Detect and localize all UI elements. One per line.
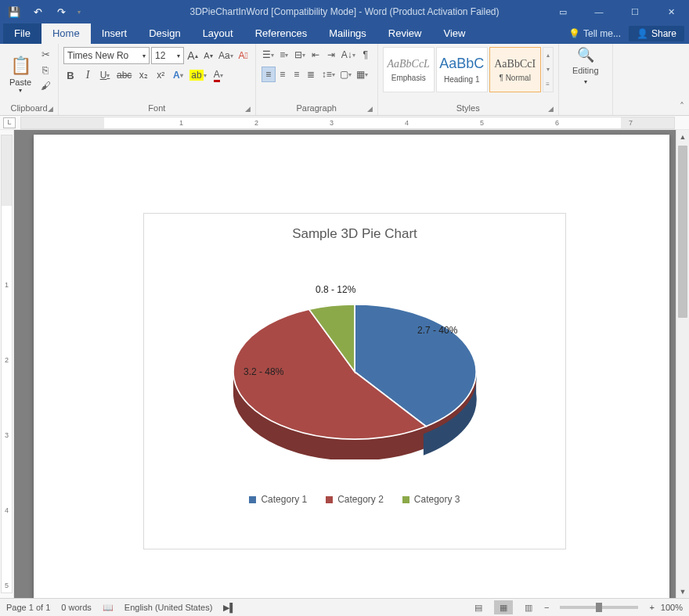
legend-item: Category 3 bbox=[402, 494, 460, 505]
page-indicator[interactable]: Page 1 of 1 bbox=[6, 603, 50, 612]
word-count[interactable]: 0 words bbox=[61, 603, 92, 612]
vertical-ruler[interactable]: 1 2 3 4 5 bbox=[0, 130, 14, 598]
group-label-paragraph: Paragraph◢ bbox=[261, 102, 373, 115]
tab-references[interactable]: References bbox=[244, 23, 318, 44]
save-icon[interactable]: 💾 bbox=[3, 2, 25, 21]
spell-check-icon[interactable]: 📖 bbox=[103, 603, 114, 613]
paragraph-dialog-launcher[interactable]: ◢ bbox=[367, 105, 373, 113]
pie-chart: 2.7 - 40% 3.2 - 48% 0.8 - 12% bbox=[182, 253, 527, 488]
superscript-button[interactable]: x² bbox=[153, 67, 168, 83]
style-normal[interactable]: AaBbCcI ¶ Normal bbox=[489, 47, 541, 92]
style-name: Emphasis bbox=[391, 74, 426, 82]
data-label-cat2: 3.2 - 48% bbox=[243, 366, 283, 377]
chart-object[interactable]: Sample 3D Pie Chart bbox=[143, 213, 566, 549]
tab-mailings[interactable]: Mailings bbox=[318, 23, 377, 44]
align-left-icon[interactable]: ≡ bbox=[262, 67, 276, 82]
macro-icon[interactable]: ▶▌ bbox=[223, 603, 236, 613]
justify-icon[interactable]: ≣ bbox=[304, 67, 318, 82]
undo-icon[interactable]: ↶ bbox=[27, 2, 49, 21]
page-scroll-area[interactable]: Sample 3D Pie Chart bbox=[14, 130, 689, 598]
paste-label: Paste bbox=[9, 77, 31, 87]
subscript-button[interactable]: x₂ bbox=[136, 67, 150, 83]
tab-selector[interactable]: L bbox=[3, 117, 16, 128]
shading-icon[interactable]: ▢ bbox=[338, 67, 353, 82]
font-size-selector[interactable]: 12▾ bbox=[151, 47, 184, 64]
styles-gallery-more[interactable]: ▴▾≡ bbox=[543, 47, 554, 92]
cut-icon[interactable]: ✂ bbox=[38, 47, 53, 61]
tell-me-search[interactable]: 💡 Tell me... bbox=[568, 28, 621, 39]
paste-button[interactable]: 📋 Paste ▾ bbox=[5, 47, 36, 102]
read-mode-icon[interactable]: ▤ bbox=[469, 600, 488, 614]
horizontal-ruler[interactable]: L 1 2 3 4 5 6 7 bbox=[0, 116, 689, 130]
redo-icon[interactable]: ↷ bbox=[50, 2, 72, 21]
copy-icon[interactable]: ⎘ bbox=[38, 63, 53, 77]
find-icon[interactable]: 🔍 bbox=[575, 47, 596, 63]
zoom-in-button[interactable]: + bbox=[649, 603, 654, 612]
align-right-icon[interactable]: ≡ bbox=[290, 67, 304, 82]
italic-button[interactable]: I bbox=[81, 67, 95, 83]
editing-dropdown[interactable]: Editing bbox=[571, 63, 601, 78]
share-button[interactable]: 👤 Share bbox=[629, 26, 684, 41]
clear-format-icon[interactable]: Aͯ bbox=[236, 48, 251, 63]
minimize-icon[interactable]: — bbox=[581, 0, 617, 23]
increase-indent-icon[interactable]: ⇥ bbox=[324, 47, 338, 63]
zoom-level[interactable]: 100% bbox=[661, 603, 683, 612]
shrink-font-icon[interactable]: A▾ bbox=[201, 48, 215, 63]
tab-home[interactable]: Home bbox=[41, 23, 91, 44]
clipboard-icon: 📋 bbox=[10, 56, 31, 76]
font-color-icon[interactable]: A bbox=[211, 67, 225, 83]
language-indicator[interactable]: English (United States) bbox=[124, 603, 213, 612]
show-marks-icon[interactable]: ¶ bbox=[359, 47, 373, 63]
multilevel-icon[interactable]: ⊟ bbox=[293, 47, 307, 63]
collapse-ribbon-icon[interactable]: ˄ bbox=[675, 44, 689, 115]
chart-title: Sample 3D Pie Chart bbox=[292, 226, 417, 242]
tab-design[interactable]: Design bbox=[138, 23, 191, 44]
ribbon: 📋 Paste ▾ ✂ ⎘ 🖌 Clipboard◢ Times New Ro▾… bbox=[0, 44, 689, 116]
sort-icon[interactable]: A↓ bbox=[340, 47, 357, 63]
document-area: 1 2 3 4 5 Sample 3D Pie Chart bbox=[0, 130, 689, 598]
document-page[interactable]: Sample 3D Pie Chart bbox=[34, 135, 669, 598]
tab-insert[interactable]: Insert bbox=[91, 23, 139, 44]
clipboard-dialog-launcher[interactable]: ◢ bbox=[48, 105, 53, 113]
print-layout-icon[interactable]: ▦ bbox=[494, 600, 513, 614]
web-layout-icon[interactable]: ▥ bbox=[519, 600, 538, 614]
line-spacing-icon[interactable]: ↕≡ bbox=[320, 67, 337, 82]
scroll-down-icon[interactable]: ▼ bbox=[676, 585, 689, 598]
bullets-icon[interactable]: ☰ bbox=[261, 47, 276, 63]
style-heading1[interactable]: AaBbC Heading 1 bbox=[436, 47, 488, 92]
numbering-icon[interactable]: ≡ bbox=[277, 47, 291, 63]
tell-me-label: Tell me... bbox=[583, 28, 621, 39]
zoom-slider[interactable] bbox=[560, 606, 638, 609]
qat-customize-icon[interactable] bbox=[74, 2, 85, 21]
scroll-thumb[interactable] bbox=[678, 146, 687, 318]
zoom-out-button[interactable]: − bbox=[544, 603, 549, 612]
vertical-scrollbar[interactable]: ▲ ▼ bbox=[676, 130, 689, 598]
underline-button[interactable]: U bbox=[98, 67, 112, 83]
font-name-selector[interactable]: Times New Ro▾ bbox=[63, 47, 150, 64]
tab-review[interactable]: Review bbox=[377, 23, 433, 44]
strikethrough-button[interactable]: abc bbox=[115, 67, 133, 83]
close-icon[interactable]: ✕ bbox=[653, 0, 689, 23]
highlight-icon[interactable]: ab bbox=[188, 67, 207, 83]
align-center-icon[interactable]: ≡ bbox=[276, 67, 290, 82]
text-effects-icon[interactable]: A bbox=[171, 67, 185, 83]
legend-item: Category 2 bbox=[326, 494, 384, 505]
tab-file[interactable]: File bbox=[3, 23, 41, 44]
font-dialog-launcher[interactable]: ◢ bbox=[245, 105, 251, 113]
borders-icon[interactable]: ▦ bbox=[355, 67, 370, 82]
decrease-indent-icon[interactable]: ⇤ bbox=[308, 47, 323, 63]
tab-layout[interactable]: Layout bbox=[192, 23, 244, 44]
styles-dialog-launcher[interactable]: ◢ bbox=[548, 105, 554, 113]
maximize-icon[interactable]: ☐ bbox=[617, 0, 653, 23]
grow-font-icon[interactable]: A▴ bbox=[186, 48, 200, 63]
tab-view[interactable]: View bbox=[432, 23, 476, 44]
bold-button[interactable]: B bbox=[63, 67, 78, 83]
style-emphasis[interactable]: AaBbCcL Emphasis bbox=[383, 47, 435, 92]
ruler-track[interactable]: 1 2 3 4 5 6 7 bbox=[20, 117, 675, 129]
zoom-slider-thumb[interactable] bbox=[596, 603, 602, 612]
change-case-icon[interactable]: Aa bbox=[217, 48, 235, 63]
format-painter-icon[interactable]: 🖌 bbox=[38, 78, 53, 92]
scroll-up-icon[interactable]: ▲ bbox=[676, 130, 689, 143]
ribbon-options-icon[interactable]: ▭ bbox=[545, 0, 581, 23]
quick-access-toolbar: 💾 ↶ ↷ bbox=[0, 2, 85, 21]
